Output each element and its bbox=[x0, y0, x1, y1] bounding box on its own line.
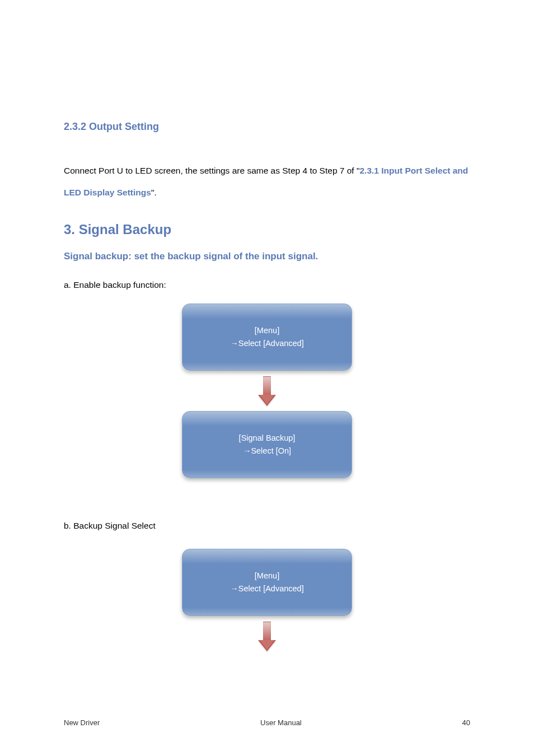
paragraph-prefix: Connect Port U to LED screen, the settin… bbox=[64, 166, 359, 175]
flowchart-a: [Menu] →Select [Advanced] [Signal Backup… bbox=[168, 304, 366, 478]
chapter-heading: 3. Signal Backup bbox=[64, 222, 171, 237]
flow-box-line: →Select [Advanced] bbox=[230, 582, 303, 595]
flow-a-caption: a. Enable backup function: bbox=[64, 280, 166, 290]
flow-box-line: →Select [On] bbox=[243, 445, 291, 458]
page-footer: New Driver User Manual 40 bbox=[64, 718, 470, 727]
section-heading: 2.3.2 Output Setting bbox=[64, 121, 159, 133]
footer-left: New Driver bbox=[64, 718, 100, 727]
flowchart-b: [Menu] →Select [Advanced] bbox=[168, 549, 366, 656]
footer-page-number: 40 bbox=[462, 718, 470, 727]
arrow-down-icon bbox=[260, 376, 274, 405]
flow-box-menu-advanced: [Menu] →Select [Advanced] bbox=[182, 549, 352, 616]
paragraph: Connect Port U to LED screen, the settin… bbox=[64, 160, 472, 204]
flow-box-line: [Signal Backup] bbox=[239, 432, 296, 445]
flow-b-caption: b. Backup Signal Select bbox=[64, 521, 156, 531]
flow-box-line: [Menu] bbox=[255, 570, 279, 582]
flow-arrow-down bbox=[168, 376, 366, 405]
footer-center: User Manual bbox=[260, 718, 302, 727]
flow-box-menu-advanced: [Menu] →Select [Advanced] bbox=[182, 304, 352, 371]
flow-arrow-down bbox=[168, 622, 366, 651]
signal-backup-description: Signal backup: set the backup signal of … bbox=[64, 251, 318, 262]
flow-box-line: →Select [Advanced] bbox=[230, 337, 303, 350]
flow-box-line: [Menu] bbox=[255, 324, 279, 337]
flow-box-signal-backup-on: [Signal Backup] →Select [On] bbox=[182, 411, 352, 478]
paragraph-suffix: ". bbox=[151, 188, 157, 197]
arrow-down-icon bbox=[260, 622, 274, 651]
